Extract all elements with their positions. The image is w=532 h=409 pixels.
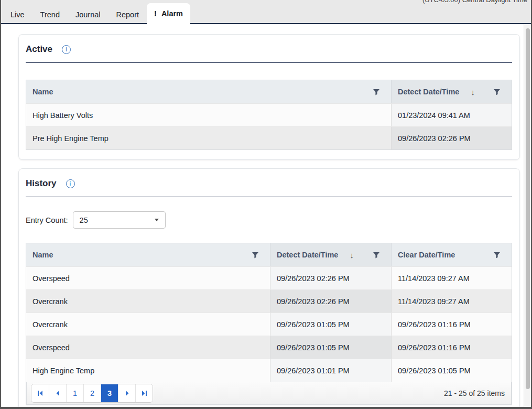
entry-count-dropdown[interactable]: 25 <box>73 211 166 229</box>
table-row[interactable]: Overcrank 09/26/2023 01:05 PM 09/26/2023… <box>26 313 512 336</box>
clear-time-cell: 11/14/2023 09:27 AM <box>391 290 512 313</box>
active-section-title: Active <box>26 44 52 55</box>
timezone-label: (UTC-05:00) Central Daylight Time <box>422 0 527 4</box>
active-col-name[interactable]: Name <box>26 80 391 103</box>
history-table-header: Name Detect Date/Time ↓ <box>26 243 512 266</box>
first-page-button[interactable] <box>31 384 49 402</box>
pager-items-info: 21 - 25 of 25 items <box>444 389 505 397</box>
table-row[interactable]: Pre High Engine Temp 09/26/2023 02:26 PM <box>26 126 512 149</box>
tab-bar: (UTC-05:00) Central Daylight Time Live T… <box>1 0 531 24</box>
history-col-detect[interactable]: Detect Date/Time ↓ <box>270 243 391 266</box>
filter-icon[interactable] <box>493 88 501 95</box>
history-alarms-card: History i Entry Count: 25 Name <box>18 168 520 407</box>
sort-desc-icon: ↓ <box>471 88 475 96</box>
filter-icon[interactable] <box>252 251 259 259</box>
table-row[interactable]: Overcrank 09/26/2023 02:26 PM 11/14/2023… <box>26 289 512 313</box>
table-row[interactable]: High Engine Temp 09/26/2023 01:01 PM 09/… <box>26 359 512 382</box>
active-info-icon[interactable]: i <box>62 45 71 54</box>
last-page-button[interactable] <box>135 384 153 402</box>
chevron-down-icon <box>155 219 159 221</box>
detect-time-cell: 09/26/2023 01:05 PM <box>270 336 391 359</box>
filter-icon[interactable] <box>373 251 380 259</box>
scrollbar-thumb[interactable] <box>526 28 530 389</box>
active-alarms-table: Name Detect Date/Time ↓ <box>26 80 512 150</box>
filter-icon[interactable] <box>373 88 380 95</box>
detect-time-cell: 09/26/2023 02:26 PM <box>270 267 391 289</box>
history-title-divider <box>26 197 512 197</box>
alarm-name-cell: High Battery Volts <box>26 104 391 126</box>
table-row[interactable]: High Battery Volts 01/23/2024 09:41 AM <box>26 103 512 126</box>
history-section-title: History <box>26 178 57 189</box>
tab-journal[interactable]: Journal <box>68 5 108 24</box>
alarm-page-content: Active i Name Detect Date/Time ↓ <box>1 24 531 407</box>
clear-time-cell: 09/26/2023 01:16 PM <box>391 336 512 359</box>
alarm-name-cell: Overspeed <box>26 336 270 359</box>
pagination-bar: 1 2 3 21 - 25 of 25 items <box>26 382 512 405</box>
page-button-2[interactable]: 2 <box>83 384 101 402</box>
alarm-name-cell: Overcrank <box>26 313 270 336</box>
alarm-name-cell: High Engine Temp <box>26 359 270 382</box>
detect-time-cell: 09/26/2023 01:05 PM <box>270 313 391 336</box>
sort-desc-icon: ↓ <box>350 251 354 260</box>
detect-time-cell: 01/23/2024 09:41 AM <box>391 104 512 126</box>
table-row[interactable]: Overspeed 09/26/2023 01:05 PM 09/26/2023… <box>26 336 512 359</box>
active-title-divider <box>26 62 512 63</box>
first-page-icon <box>37 390 44 396</box>
next-page-button[interactable] <box>118 384 135 402</box>
detect-time-cell: 09/26/2023 02:26 PM <box>391 127 512 149</box>
alarm-name-cell: Overcrank <box>26 290 270 313</box>
page-button-1[interactable]: 1 <box>66 384 83 402</box>
last-page-icon <box>141 390 148 396</box>
tab-alarm-label: Alarm <box>161 9 183 18</box>
alarm-name-cell: Pre High Engine Temp <box>26 127 391 149</box>
alarm-name-cell: Overspeed <box>26 267 270 289</box>
detect-time-cell: 09/26/2023 01:01 PM <box>270 359 391 382</box>
clear-time-cell: 11/14/2023 09:27 AM <box>391 267 512 289</box>
tab-report[interactable]: Report <box>108 5 147 24</box>
vertical-scrollbar[interactable] <box>524 24 531 407</box>
history-col-name[interactable]: Name <box>26 243 270 266</box>
page-button-3-current[interactable]: 3 <box>101 384 118 402</box>
alarm-exclamation-icon: ! <box>154 9 157 18</box>
filter-icon[interactable] <box>493 251 501 259</box>
entry-count-label: Entry Count: <box>26 216 68 224</box>
next-page-icon <box>124 390 131 396</box>
table-row[interactable]: Overspeed 09/26/2023 02:26 PM 11/14/2023… <box>26 266 512 289</box>
tab-alarm[interactable]: !Alarm <box>147 3 190 25</box>
clear-time-cell: 09/26/2023 01:05 PM <box>391 359 512 382</box>
active-alarms-card: Active i Name Detect Date/Time ↓ <box>18 34 520 160</box>
tab-live[interactable]: Live <box>3 5 32 24</box>
active-col-detect[interactable]: Detect Date/Time ↓ <box>391 80 512 103</box>
detect-time-cell: 09/26/2023 02:26 PM <box>270 290 391 313</box>
app-window: (UTC-05:00) Central Daylight Time Live T… <box>0 0 532 409</box>
history-alarms-table: Name Detect Date/Time ↓ <box>26 243 512 405</box>
tab-trend[interactable]: Trend <box>32 5 68 24</box>
entry-count-value: 25 <box>80 216 88 224</box>
history-info-icon[interactable]: i <box>66 179 75 188</box>
page-button-group: 1 2 3 <box>31 384 153 403</box>
clear-time-cell: 09/26/2023 01:16 PM <box>391 313 512 336</box>
active-table-header: Name Detect Date/Time ↓ <box>26 80 512 103</box>
prev-page-icon <box>55 390 61 396</box>
prev-page-button[interactable] <box>49 384 66 402</box>
history-col-clear[interactable]: Clear Date/Time <box>391 243 512 266</box>
